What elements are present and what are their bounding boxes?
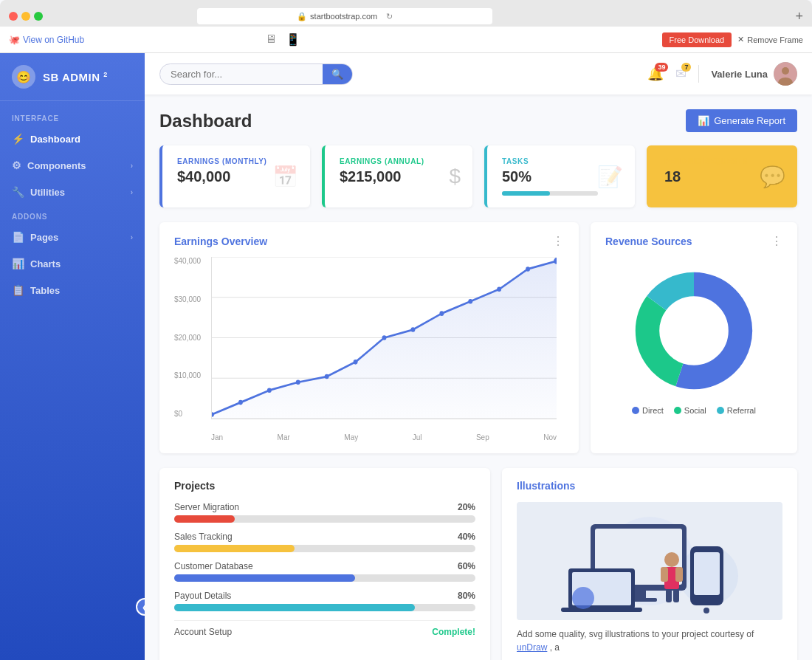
project-name-customer: Customer Database: [174, 561, 253, 571]
close-icon: ✕: [737, 35, 744, 44]
notifications-badge: 39: [655, 63, 668, 72]
chat-icon: 💬: [760, 165, 785, 189]
chevron-right-icon-2: ›: [131, 188, 133, 196]
banner-right: Free Download ✕ Remove Frame: [662, 32, 803, 47]
x-label-jul: Jul: [413, 433, 422, 441]
revenue-chart-menu-button[interactable]: ⋮: [771, 234, 782, 248]
svg-point-15: [354, 360, 358, 365]
revenue-chart-title: Revenue Sources: [605, 236, 692, 247]
x-label-mar: Mar: [278, 433, 290, 441]
svg-point-18: [267, 388, 272, 393]
illustration-image: [517, 502, 782, 620]
svg-rect-40: [675, 567, 683, 582]
topbar-divider: [698, 65, 699, 83]
chevron-right-icon: ›: [131, 162, 133, 170]
progress-bg-payout: [174, 604, 475, 611]
project-name-sales: Sales Tracking: [174, 532, 233, 542]
direct-label: Direct: [642, 406, 664, 415]
brand-icon: 😊: [16, 70, 31, 84]
earnings-chart-menu-button[interactable]: ⋮: [552, 234, 564, 248]
illustrations-title: Illustrations: [517, 480, 782, 492]
progress-bg-server: [174, 515, 475, 523]
avatar-svg: [774, 62, 797, 86]
sidebar: 😊 SB ADMIN 2 INTERFACE ⚡ Dashboard ⚙ Com…: [0, 53, 145, 660]
avatar: [774, 62, 797, 86]
earnings-chart-title: Earnings Overview: [174, 236, 267, 247]
search-form: 🔍: [159, 63, 353, 85]
remove-frame-button[interactable]: ✕ Remove Frame: [737, 35, 803, 44]
tasks-progress-fill: [502, 191, 550, 196]
bottom-row: Projects Server Migration 20% Sales Trac…: [159, 468, 797, 660]
progress-fill-sales: [174, 545, 295, 552]
charts-icon: 📊: [12, 258, 24, 269]
y-label-40k: $40,000: [174, 257, 201, 265]
page-header: Dashboard 📊 Generate Report: [159, 109, 797, 132]
generate-report-button[interactable]: 📊 Generate Report: [686, 109, 797, 132]
search-input[interactable]: [160, 64, 323, 84]
undraw-link[interactable]: unDraw: [517, 642, 547, 653]
sidebar-brand: 😊 SB ADMIN 2: [0, 53, 145, 101]
svg-point-16: [325, 374, 329, 379]
progress-bg-customer: [174, 574, 475, 582]
svg-point-14: [382, 335, 387, 340]
sidebar-item-charts[interactable]: 📊 Charts: [0, 250, 145, 277]
account-setup-status: Complete!: [432, 627, 475, 637]
sidebar-item-dashboard[interactable]: ⚡ Dashboard: [0, 126, 145, 152]
tablet-icon[interactable]: 📱: [286, 32, 300, 47]
chart-x-labels: Jan Mar May Jul Sep Nov: [211, 433, 557, 441]
sidebar-item-tables[interactable]: 📋 Tables: [0, 277, 145, 303]
search-button[interactable]: 🔍: [323, 64, 352, 84]
projects-title: Projects: [174, 480, 475, 492]
topbar-user[interactable]: Valerie Luna: [711, 62, 797, 86]
sidebar-item-pages-label: Pages: [30, 232, 58, 243]
svg-point-37: [664, 552, 679, 567]
topbar-right: 🔔 39 ✉ 7 Valerie Luna: [647, 62, 797, 86]
add-tab-button[interactable]: +: [795, 9, 803, 24]
banner-icons: 🖥 📱: [265, 32, 300, 47]
dot-red[interactable]: [9, 12, 18, 21]
messages-badge: 7: [681, 63, 691, 72]
pages-icon: 📄: [12, 231, 24, 243]
svg-point-1: [782, 67, 789, 75]
dot-yellow[interactable]: [21, 12, 30, 21]
sidebar-logo: 😊: [12, 65, 35, 89]
legend-item-direct: Direct: [632, 406, 664, 415]
y-label-0: $0: [174, 410, 201, 418]
project-header-sales: Sales Tracking 40%: [174, 532, 475, 542]
free-download-button[interactable]: Free Download: [662, 32, 732, 47]
sidebar-item-tables-label: Tables: [30, 285, 60, 296]
sidebar-item-dashboard-label: Dashboard: [30, 134, 80, 145]
svg-rect-39: [661, 567, 668, 582]
messages-button[interactable]: ✉ 7: [675, 66, 687, 82]
github-icon: 🐙: [9, 35, 20, 45]
browser-url-bar[interactable]: 🔒 startbootstrap.com ↻: [197, 8, 492, 24]
sidebar-title: SB ADMIN 2: [43, 71, 108, 83]
notifications-button[interactable]: 🔔 39: [647, 66, 664, 82]
url-text: startbootstrap.com: [310, 12, 377, 21]
svg-point-36: [703, 608, 709, 613]
desktop-icon[interactable]: 🖥: [265, 32, 277, 47]
sidebar-item-charts-left: 📊 Charts: [12, 258, 61, 269]
revenue-chart-header: Revenue Sources ⋮: [605, 234, 782, 248]
charts-row: Earnings Overview ⋮ $40,000 $30,000 $20,…: [159, 222, 797, 453]
calendar-icon: 📅: [272, 165, 298, 189]
project-pct-server: 20%: [458, 502, 475, 512]
sidebar-item-pages[interactable]: 📄 Pages ›: [0, 224, 145, 250]
projects-card: Projects Server Migration 20% Sales Trac…: [159, 468, 490, 660]
github-link[interactable]: 🐙 View on GitHub: [9, 35, 84, 45]
lock-icon: 🔒: [297, 12, 307, 21]
refresh-icon[interactable]: ↻: [386, 12, 393, 21]
illustration-svg: [531, 502, 768, 620]
legend-item-social: Social: [674, 406, 706, 415]
revenue-chart-card: Revenue Sources ⋮: [591, 222, 797, 453]
sidebar-toggle-button[interactable]: ❮: [136, 598, 145, 616]
sidebar-item-components[interactable]: ⚙ Components ›: [0, 152, 145, 179]
svg-point-43: [572, 587, 594, 609]
progress-fill-server: [174, 515, 235, 523]
sidebar-item-utilities[interactable]: 🔧 Utilities ›: [0, 179, 145, 205]
x-label-nov: Nov: [543, 433, 557, 441]
dot-green[interactable]: [34, 12, 43, 21]
stat-card-pending-requests: PENDING REQUESTS 18 💬: [647, 145, 797, 207]
sidebar-item-dashboard-left: ⚡ Dashboard: [12, 133, 80, 145]
main-content: 🔍 🔔 39 ✉ 7 Valerie Luna: [145, 53, 812, 660]
